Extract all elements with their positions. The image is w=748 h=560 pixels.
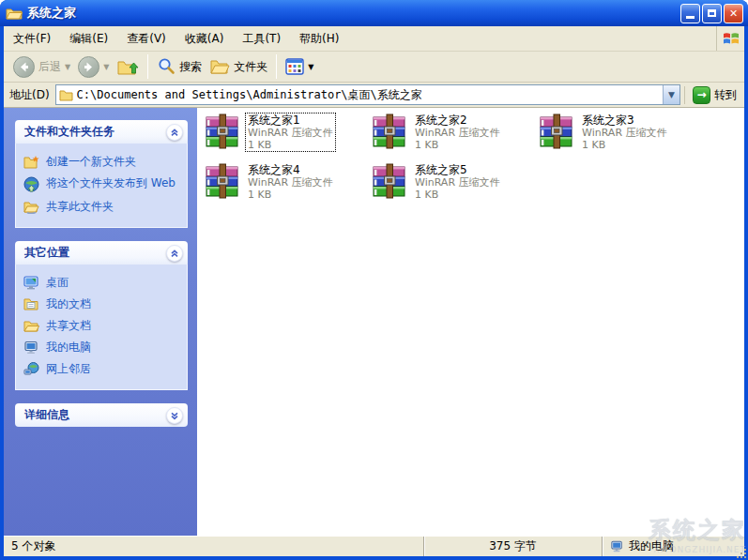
file-size: 1 KB: [582, 139, 667, 151]
folders-label: 文件夹: [234, 59, 267, 75]
window-title: 系统之家: [27, 5, 679, 22]
file-type: WinRAR 压缩文件: [415, 176, 500, 189]
back-button[interactable]: 后退 ▼: [9, 54, 74, 80]
winrar-archive-icon: [372, 114, 407, 149]
panel-file-tasks-body: 创建一个新文件夹 将这个文件夹发布到 Web: [15, 144, 188, 228]
task-label: 我的电脑: [46, 341, 91, 355]
task-label: 网上邻居: [46, 362, 91, 376]
forward-dropdown-icon[interactable]: ▼: [103, 63, 109, 71]
minimize-button[interactable]: [680, 4, 700, 23]
back-dropdown-icon[interactable]: ▼: [65, 63, 70, 71]
panel-title: 详细信息: [24, 407, 69, 423]
file-item-4[interactable]: 系统之家4 WinRAR 压缩文件 1 KB: [205, 162, 372, 211]
windows-logo: [716, 26, 744, 51]
my-computer-icon: [23, 341, 39, 355]
file-type: WinRAR 压缩文件: [582, 127, 667, 139]
views-dropdown-icon[interactable]: ▼: [308, 63, 313, 71]
toolbar: 后退 ▼ ▼ 搜索 文件: [4, 52, 744, 83]
status-bar: 5 个对象 375 字节 我的电脑: [4, 536, 744, 556]
panel-details-header[interactable]: 详细信息: [15, 403, 188, 427]
chevron-down-icon[interactable]: [166, 407, 183, 424]
task-create-folder[interactable]: 创建一个新文件夹: [23, 151, 183, 173]
search-button[interactable]: 搜索: [153, 55, 206, 78]
winrar-archive-icon: [205, 163, 240, 199]
close-button[interactable]: ✕: [724, 4, 743, 23]
panel-other-places-body: 桌面 我的文档: [15, 265, 188, 390]
publish-web-icon: [23, 176, 39, 192]
panel-file-tasks-header[interactable]: 文件和文件夹任务: [15, 120, 188, 144]
file-item-5[interactable]: 系统之家5 WinRAR 压缩文件 1 KB: [372, 162, 539, 211]
panel-title: 文件和文件夹任务: [24, 124, 114, 140]
address-path: C:\Documents and Settings\Administrator\…: [77, 87, 422, 103]
resize-grip[interactable]: [735, 547, 747, 559]
views-icon: [285, 58, 304, 75]
task-label: 将这个文件夹发布到 Web: [46, 176, 176, 190]
file-item-3[interactable]: 系统之家3 WinRAR 压缩文件 1 KB: [539, 113, 706, 161]
file-size: 1 KB: [248, 139, 333, 151]
address-dropdown-icon[interactable]: ▼: [663, 85, 679, 104]
window-border-left: [0, 26, 4, 560]
place-desktop[interactable]: 桌面: [23, 272, 183, 294]
place-network[interactable]: 网上邻居: [23, 358, 183, 380]
status-objects: 5 个对象: [4, 537, 423, 556]
folder-icon: [6, 7, 23, 21]
up-folder-icon: [116, 55, 139, 78]
winrar-archive-icon: [539, 114, 574, 149]
menu-file[interactable]: 文件(F): [4, 27, 60, 51]
forward-button[interactable]: ▼: [74, 54, 113, 80]
go-button[interactable]: → 转到: [684, 86, 740, 104]
folders-icon: [209, 57, 230, 76]
status-size: 375 字节: [423, 537, 602, 556]
my-computer-status-icon: [610, 540, 624, 552]
explorer-window: 系统之家 ✕ 文件(F) 编辑(E) 查看(V) 收藏(A) 工具(T) 帮助(…: [0, 0, 748, 560]
file-item-2[interactable]: 系统之家2 WinRAR 压缩文件 1 KB: [372, 113, 539, 161]
address-input[interactable]: C:\Documents and Settings\Administrator\…: [55, 84, 680, 105]
my-documents-icon: [23, 297, 39, 311]
file-name: 系统之家2: [415, 114, 500, 127]
panel-other-places-header[interactable]: 其它位置: [15, 241, 188, 265]
maximize-button[interactable]: [702, 4, 722, 23]
status-zone: 我的电脑: [602, 537, 744, 556]
file-size: 1 KB: [248, 189, 333, 201]
panel-file-tasks: 文件和文件夹任务 创建一个新文件夹: [15, 120, 188, 228]
window-border-right: [744, 26, 748, 560]
title-bar[interactable]: 系统之家 ✕: [0, 0, 748, 26]
menu-tools[interactable]: 工具(T): [233, 27, 290, 51]
menu-help[interactable]: 帮助(H): [290, 27, 348, 51]
panel-title: 其它位置: [24, 245, 69, 261]
views-button[interactable]: ▼: [282, 56, 317, 77]
file-type: WinRAR 压缩文件: [248, 127, 333, 139]
toolbar-separator: [147, 54, 148, 79]
up-button[interactable]: [113, 53, 143, 80]
task-share-folder[interactable]: 共享此文件夹: [23, 196, 183, 218]
toolbar-separator: [276, 54, 277, 79]
panel-other-places: 其它位置 桌面: [15, 241, 188, 390]
place-my-documents[interactable]: 我的文档: [23, 294, 183, 315]
share-folder-icon: [23, 200, 39, 214]
forward-icon: [78, 56, 99, 78]
menu-view[interactable]: 查看(V): [117, 27, 176, 51]
place-my-computer[interactable]: 我的电脑: [23, 337, 183, 358]
chevron-up-icon[interactable]: [166, 245, 183, 262]
go-arrow-icon: →: [693, 86, 710, 104]
winrar-archive-icon: [205, 114, 240, 149]
task-label: 共享此文件夹: [46, 200, 114, 214]
menu-edit[interactable]: 编辑(E): [60, 27, 117, 51]
task-label: 我的文档: [46, 297, 91, 311]
folders-button[interactable]: 文件夹: [206, 55, 271, 78]
file-name: 系统之家4: [248, 163, 333, 176]
file-item-1[interactable]: 系统之家1 WinRAR 压缩文件 1 KB: [205, 113, 372, 161]
back-label: 后退: [38, 59, 61, 75]
place-shared-documents[interactable]: 共享文档: [23, 315, 183, 337]
task-sidebar: 文件和文件夹任务 创建一个新文件夹: [4, 108, 197, 536]
chevron-up-icon[interactable]: [166, 124, 183, 141]
desktop-icon: [23, 276, 39, 290]
task-publish-web[interactable]: 将这个文件夹发布到 Web: [23, 173, 183, 196]
back-icon: [13, 56, 35, 78]
file-name: 系统之家5: [415, 163, 500, 176]
task-label: 创建一个新文件夹: [46, 155, 136, 169]
menu-favorites[interactable]: 收藏(A): [176, 27, 234, 51]
go-label: 转到: [714, 87, 737, 103]
winrar-archive-icon: [372, 163, 407, 199]
search-label: 搜索: [179, 59, 202, 75]
